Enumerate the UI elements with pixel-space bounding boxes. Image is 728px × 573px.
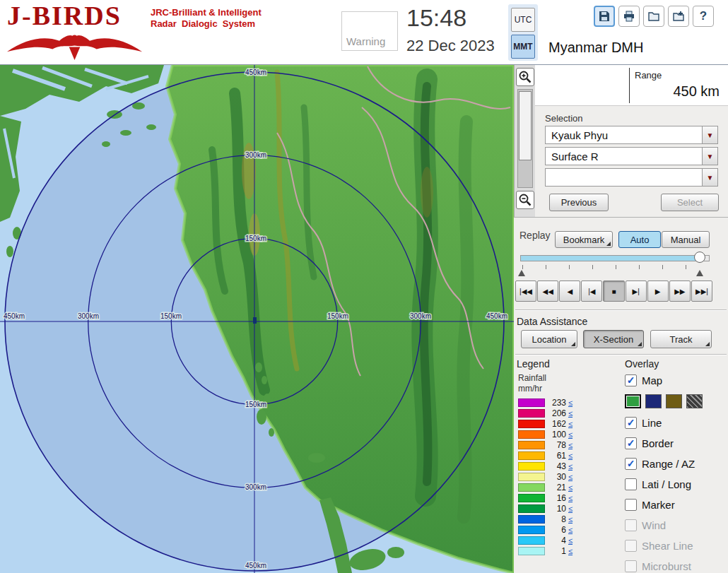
legend-color-swatch bbox=[518, 473, 545, 481]
overlay-item-map[interactable]: Map bbox=[625, 373, 726, 387]
overlay-item-line[interactable]: Line bbox=[625, 415, 726, 430]
overlay-item-wind: Wind bbox=[625, 518, 726, 532]
step-back-button[interactable]: |◀ bbox=[581, 280, 602, 302]
previous-button[interactable]: Previous bbox=[549, 194, 609, 211]
stop-button[interactable]: ■ bbox=[603, 280, 624, 302]
chevron-down-icon[interactable]: ▼ bbox=[702, 169, 717, 186]
legend-le-link[interactable]: ≤ bbox=[568, 483, 573, 492]
legend-le-link[interactable]: ≤ bbox=[568, 420, 573, 428]
zoom-in-button[interactable] bbox=[516, 68, 534, 86]
overlay-item-lati-long[interactable]: Lati / Long bbox=[625, 477, 726, 491]
legend-value: 43 bbox=[548, 461, 566, 471]
skip-to-end-button[interactable]: ▶▶| bbox=[691, 280, 712, 302]
overlay-section-label: Overlay bbox=[625, 358, 659, 370]
map-style-swatches bbox=[625, 394, 726, 409]
track-button[interactable]: Track bbox=[650, 330, 712, 348]
legend-le-link[interactable]: ≤ bbox=[568, 430, 573, 439]
legend-section-label: Legend bbox=[517, 358, 550, 370]
map-style-swatch-olive[interactable] bbox=[666, 394, 682, 408]
play-reverse-button[interactable]: ◀ bbox=[559, 280, 580, 302]
legend-row: 162≤ bbox=[518, 418, 621, 429]
radar-map[interactable]: 450km 300km 150km 150km 300km 450km 450k… bbox=[0, 65, 514, 573]
legend-le-link[interactable]: ≤ bbox=[568, 515, 573, 524]
legend-color-swatch bbox=[518, 409, 545, 418]
replay-timeline-slider[interactable] bbox=[520, 255, 710, 261]
print-button[interactable] bbox=[618, 6, 640, 27]
checkbox-icon[interactable] bbox=[625, 437, 637, 449]
legend-color-swatch bbox=[518, 536, 545, 545]
checkbox-icon[interactable] bbox=[625, 499, 637, 511]
map-scrollbar-thumb[interactable] bbox=[519, 91, 532, 160]
skip-to-start-button[interactable]: |◀◀ bbox=[515, 280, 536, 302]
import-image-button[interactable] bbox=[668, 6, 689, 27]
auto-mode-button[interactable]: Auto bbox=[618, 231, 661, 248]
legend-le-link[interactable]: ≤ bbox=[568, 547, 573, 555]
range-ring-label: 300km bbox=[410, 312, 431, 320]
legend-le-link[interactable]: ≤ bbox=[568, 462, 573, 471]
help-button[interactable]: ? bbox=[693, 6, 714, 27]
overlay-item-label: Border bbox=[642, 437, 674, 449]
legend-value: 61 bbox=[548, 451, 566, 461]
legend-le-link[interactable]: ≤ bbox=[568, 398, 573, 407]
select-button[interactable]: Select bbox=[661, 194, 719, 211]
legend-row: 206≤ bbox=[518, 408, 621, 418]
legend-unit-line2: mm/hr bbox=[518, 384, 621, 394]
divider bbox=[515, 309, 727, 311]
fast-rewind-button[interactable]: ◀◀ bbox=[537, 280, 558, 302]
checkbox-icon[interactable] bbox=[625, 374, 637, 386]
timezone-mmt-button[interactable]: MMT bbox=[511, 35, 535, 59]
eagle-logo-icon bbox=[6, 31, 143, 62]
checkbox-icon[interactable] bbox=[625, 458, 637, 470]
overlay-item-label: Map bbox=[642, 374, 662, 386]
legend-color-swatch bbox=[518, 451, 545, 460]
timeline-end-marker[interactable] bbox=[696, 270, 703, 276]
checkbox-icon[interactable] bbox=[625, 478, 637, 490]
legend-le-link[interactable]: ≤ bbox=[568, 526, 573, 534]
map-style-swatch-green[interactable] bbox=[625, 394, 641, 408]
map-scrollbar[interactable] bbox=[517, 89, 533, 188]
product-select-dropdown[interactable]: Surface R ▼ bbox=[545, 147, 718, 165]
overlay-item-marker[interactable]: Marker bbox=[625, 497, 726, 512]
step-forward-button[interactable]: ▶| bbox=[626, 280, 647, 302]
legend-le-link[interactable]: ≤ bbox=[568, 473, 573, 481]
bookmark-button[interactable]: Bookmark bbox=[555, 231, 613, 248]
replay-slider-thumb[interactable] bbox=[694, 252, 705, 263]
legend-le-link[interactable]: ≤ bbox=[568, 451, 573, 460]
range-ring-label: 300km bbox=[78, 312, 99, 320]
open-folder-button[interactable] bbox=[643, 6, 664, 27]
legend-le-link[interactable]: ≤ bbox=[568, 441, 573, 449]
zoom-out-button[interactable] bbox=[516, 191, 534, 209]
manual-mode-button[interactable]: Manual bbox=[662, 231, 710, 248]
range-ring-label: 450km bbox=[4, 312, 25, 320]
overlay-item-label: Shear Line bbox=[642, 540, 693, 552]
legend-value: 1 bbox=[548, 546, 566, 556]
checkbox-icon[interactable] bbox=[625, 417, 637, 429]
legend-row: 233≤ bbox=[518, 397, 621, 408]
timezone-utc-button[interactable]: UTC bbox=[511, 8, 535, 32]
location-button[interactable]: Location bbox=[521, 330, 577, 348]
map-style-swatch-gray[interactable] bbox=[686, 394, 703, 408]
overlay-item-border[interactable]: Border bbox=[625, 436, 726, 450]
legend-le-link[interactable]: ≤ bbox=[568, 504, 573, 513]
overlay-item-range-az[interactable]: Range / AZ bbox=[625, 456, 726, 471]
legend-le-link[interactable]: ≤ bbox=[568, 536, 573, 545]
overlay-item-label: Range / AZ bbox=[642, 458, 695, 470]
timeline-start-marker[interactable] bbox=[518, 270, 525, 276]
save-icon bbox=[598, 10, 611, 23]
site-select-dropdown[interactable]: Kyauk Phyu ▼ bbox=[545, 126, 718, 144]
play-button[interactable]: ▶ bbox=[647, 280, 669, 302]
fast-forward-button[interactable]: ▶▶ bbox=[669, 280, 691, 302]
chevron-down-icon[interactable]: ▼ bbox=[702, 148, 717, 165]
option-select-dropdown[interactable]: ▼ bbox=[545, 168, 718, 187]
radar-map-area[interactable]: 450km 300km 150km 150km 300km 450km 450k… bbox=[0, 65, 514, 573]
legend-color-swatch bbox=[518, 430, 545, 439]
legend-value: 6 bbox=[548, 525, 566, 535]
chevron-down-icon[interactable]: ▼ bbox=[702, 126, 717, 143]
x-section-button[interactable]: X-Section bbox=[583, 330, 644, 348]
legend-le-link[interactable]: ≤ bbox=[568, 494, 573, 502]
save-button[interactable] bbox=[594, 6, 615, 27]
checkbox-icon bbox=[625, 540, 637, 552]
map-style-swatch-navy[interactable] bbox=[645, 394, 662, 408]
legend-le-link[interactable]: ≤ bbox=[568, 409, 573, 418]
legend-color-swatch bbox=[518, 526, 545, 534]
